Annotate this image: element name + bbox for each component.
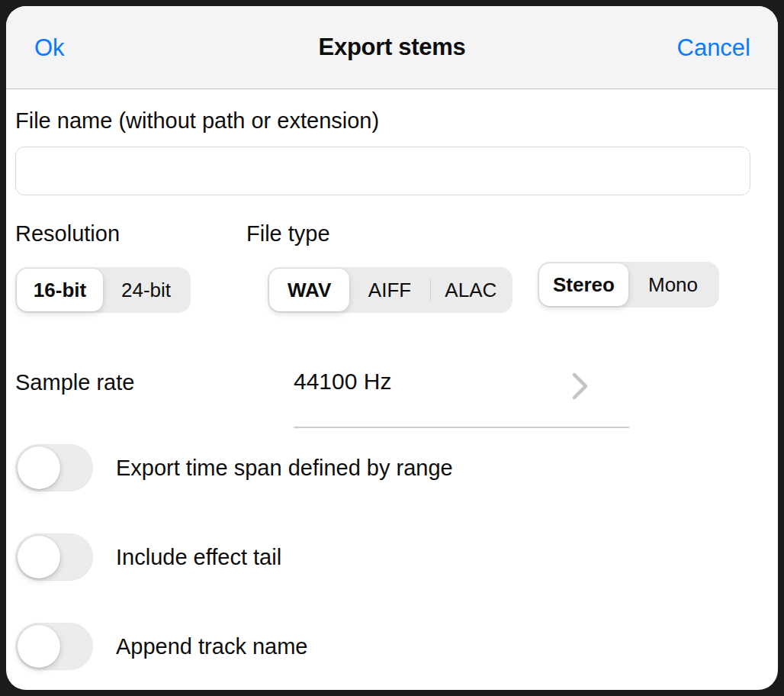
file-name-input[interactable]: [15, 147, 750, 195]
export-range-label: Export time span defined by range: [116, 456, 453, 481]
dialog-title: Export stems: [6, 34, 778, 61]
file-type-segmented-control: WAV AIFF ALAC: [268, 267, 512, 313]
segment-aiff[interactable]: AIFF: [349, 269, 429, 311]
segment-24-bit[interactable]: 24-bit: [103, 269, 189, 311]
resolution-segmented-control: 16-bit 24-bit: [15, 267, 191, 313]
file-name-label: File name (without path or extension): [15, 106, 379, 135]
effect-tail-row: Include effect tail: [15, 533, 281, 581]
append-track-name-label: Append track name: [116, 634, 307, 659]
effect-tail-label: Include effect tail: [116, 545, 281, 570]
segment-stereo[interactable]: Stereo: [539, 263, 628, 306]
effect-tail-toggle[interactable]: [15, 533, 93, 581]
cancel-button[interactable]: Cancel: [677, 36, 751, 60]
segment-16-bit[interactable]: 16-bit: [17, 269, 103, 311]
ok-button[interactable]: Ok: [34, 36, 65, 60]
sample-rate-label: Sample rate: [15, 368, 134, 397]
export-range-toggle[interactable]: [15, 444, 93, 491]
sample-rate-value[interactable]: 44100 Hz: [294, 366, 391, 397]
file-type-label: File type: [246, 219, 330, 248]
export-range-row: Export time span defined by range: [15, 444, 453, 491]
screen-background: Ok Export stems Cancel File name (withou…: [0, 0, 784, 696]
segment-alac[interactable]: ALAC: [431, 269, 511, 311]
resolution-label: Resolution: [15, 219, 120, 248]
segment-mono[interactable]: Mono: [628, 263, 718, 306]
toggle-knob: [18, 446, 60, 489]
export-stems-dialog: Ok Export stems Cancel File name (withou…: [6, 6, 778, 690]
append-track-name-toggle[interactable]: [15, 623, 93, 670]
append-track-name-row: Append track name: [15, 623, 307, 670]
toggle-knob: [18, 625, 60, 668]
chevron-right-icon[interactable]: [570, 371, 590, 401]
segment-wav[interactable]: WAV: [269, 269, 349, 311]
sample-rate-divider: [294, 427, 629, 428]
channels-segmented-control: Stereo Mono: [538, 262, 719, 308]
dialog-header: Ok Export stems Cancel: [6, 6, 778, 89]
toggle-knob: [18, 536, 60, 578]
